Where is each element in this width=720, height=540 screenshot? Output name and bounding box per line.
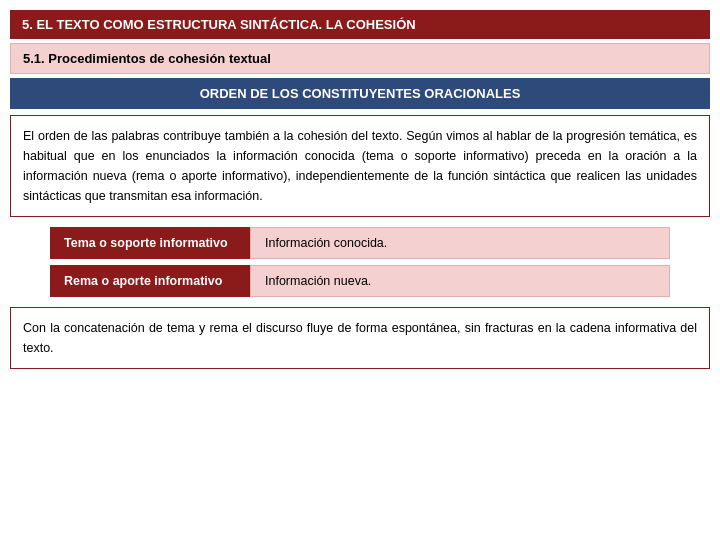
term-label-1: Tema o soporte informativo (50, 227, 250, 259)
term-description-2: Información nueva. (250, 265, 670, 297)
page-container: 5. EL TEXTO COMO ESTRUCTURA SINTÁCTICA. … (0, 0, 720, 540)
main-content-box: El orden de las palabras contribuye tamb… (10, 115, 710, 217)
term-description-1: Información conocida. (250, 227, 670, 259)
section-header: ORDEN DE LOS CONSTITUYENTES ORACIONALES (10, 78, 710, 109)
conclusion-box: Con la concatenación de tema y rema el d… (10, 307, 710, 369)
term-label-1-text: Tema o soporte informativo (64, 236, 228, 250)
term-description-2-text: Información nueva. (265, 274, 371, 288)
subtitle-text: 5.1. Procedimientos de cohesión textual (23, 51, 271, 66)
title-text: 5. EL TEXTO COMO ESTRUCTURA SINTÁCTICA. … (22, 17, 416, 32)
terms-section: Tema o soporte informativo Información c… (10, 227, 710, 297)
term-label-2: Rema o aporte informativo (50, 265, 250, 297)
term-description-1-text: Información conocida. (265, 236, 387, 250)
conclusion-text: Con la concatenación de tema y rema el d… (23, 321, 697, 355)
term-row-2: Rema o aporte informativo Información nu… (50, 265, 670, 297)
main-paragraph: El orden de las palabras contribuye tamb… (23, 129, 697, 203)
term-label-2-text: Rema o aporte informativo (64, 274, 222, 288)
term-row-1: Tema o soporte informativo Información c… (50, 227, 670, 259)
title-bar: 5. EL TEXTO COMO ESTRUCTURA SINTÁCTICA. … (10, 10, 710, 39)
subtitle-bar: 5.1. Procedimientos de cohesión textual (10, 43, 710, 74)
section-header-text: ORDEN DE LOS CONSTITUYENTES ORACIONALES (200, 86, 521, 101)
